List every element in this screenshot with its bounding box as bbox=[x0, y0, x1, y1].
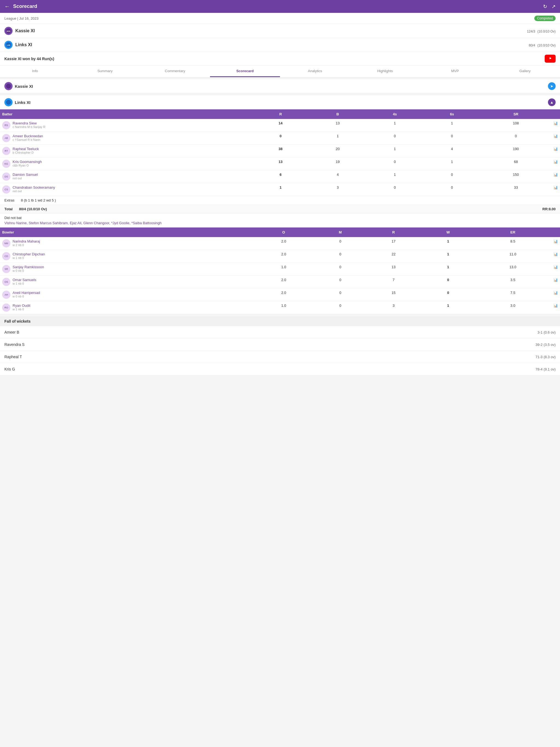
batter-fours: 0 bbox=[366, 132, 424, 145]
bowler-chart-icon[interactable]: 📊 bbox=[551, 301, 560, 314]
batter-balls: 19 bbox=[309, 157, 366, 170]
bowler-name[interactable]: Chirstopher Dipchan bbox=[12, 252, 45, 256]
bowler-runs: 22 bbox=[365, 250, 422, 263]
tab-summary[interactable]: Summary bbox=[70, 66, 140, 77]
col-sr: SR bbox=[480, 109, 551, 119]
total-row: Total 80/4 (10.0/10 Ov) RR:8.00 bbox=[0, 205, 560, 213]
batter-sr: 68 bbox=[480, 157, 551, 170]
back-icon[interactable]: ← bbox=[4, 3, 10, 9]
batter-chart-icon[interactable]: 📊 bbox=[551, 157, 560, 170]
dismissal-text: b Chirstopher D bbox=[12, 151, 39, 154]
svg-text:KXI: KXI bbox=[6, 30, 10, 32]
bowler-maidens: 0 bbox=[315, 263, 365, 276]
dismissal-text: not out bbox=[12, 177, 38, 180]
bowler-runs: 3 bbox=[365, 301, 422, 314]
bowler-chart-icon[interactable]: 📊 bbox=[551, 263, 560, 276]
batter-runs: 14 bbox=[252, 119, 309, 132]
tab-highlights[interactable]: Highlights bbox=[350, 66, 420, 77]
batter-name[interactable]: Rapheal Teeluck bbox=[12, 147, 39, 151]
kassie-logo-small bbox=[4, 82, 12, 90]
col-b: B bbox=[309, 109, 366, 119]
batter-chart-icon[interactable]: 📊 bbox=[551, 132, 560, 145]
bowler-runs: 15 bbox=[365, 288, 422, 301]
batter-sr: 150 bbox=[480, 170, 551, 183]
batter-name[interactable]: Kris Goomansingh bbox=[12, 160, 42, 164]
bowler-chart-icon[interactable]: 📊 bbox=[551, 250, 560, 263]
youtube-button[interactable] bbox=[545, 55, 556, 62]
batter-fours: 1 bbox=[366, 145, 424, 157]
app-header: ← Scorecard ↻ ↗ bbox=[0, 0, 560, 13]
batting-row: AB Ameer Buckreedan c †Samuel R b Narin … bbox=[0, 132, 560, 145]
batting-row: CS Chandraban Sookeramany not out 1 3 0 … bbox=[0, 183, 560, 196]
links-innings-header[interactable]: Links XI ▲ bbox=[0, 96, 560, 109]
run-rate: RR:8.00 bbox=[542, 207, 556, 211]
batter-cell: DS Damion Samuel not out bbox=[0, 170, 252, 183]
kassie-expand-btn[interactable]: ➤ bbox=[548, 82, 556, 90]
tab-scorecard[interactable]: Scorecard bbox=[210, 66, 280, 77]
tab-analytics[interactable]: Analytics bbox=[280, 66, 350, 77]
bowler-name[interactable]: Sanjay Ramkissoon bbox=[12, 265, 44, 269]
bowler-avatar: CD bbox=[2, 252, 10, 260]
bowler-chart-icon[interactable]: 📊 bbox=[551, 288, 560, 301]
fow-score: 3-1 (0.6 ov) bbox=[538, 330, 556, 334]
col-bowler: Bowler bbox=[0, 228, 252, 237]
batter-sixes: 4 bbox=[423, 145, 480, 157]
bowler-chart-icon[interactable]: 📊 bbox=[551, 276, 560, 288]
bowler-overs: 1.0 bbox=[252, 301, 315, 314]
batter-fours: 0 bbox=[366, 157, 424, 170]
bowler-cell: AH Aneil Harripersad w 0 nb 0 bbox=[0, 288, 252, 301]
tab-info[interactable]: Info bbox=[0, 66, 70, 77]
bowling-row: CD Chirstopher Dipchan w 1 nb 0 2.0 0 22… bbox=[0, 250, 560, 263]
match-meta-bar: League | Jul 16, 2023 Completed bbox=[0, 13, 560, 24]
batting-row: RT Rapheal Teeluck b Chirstopher D 38 20… bbox=[0, 145, 560, 157]
batter-name[interactable]: Chandraban Sookeramany bbox=[12, 185, 55, 189]
batter-name[interactable]: Ameer Buckreedan bbox=[12, 134, 43, 138]
tab-commentary[interactable]: Commentary bbox=[140, 66, 210, 77]
kassie-innings-label: Kassie XI bbox=[15, 84, 33, 88]
batter-avatar: RS bbox=[2, 121, 10, 129]
dnb-label: Did not bat bbox=[4, 216, 556, 220]
fow-player: Ameer B bbox=[4, 330, 19, 334]
col-4s: 4s bbox=[366, 109, 424, 119]
bowler-name[interactable]: Omar Samuels bbox=[12, 278, 36, 282]
batter-balls: 4 bbox=[309, 170, 366, 183]
batter-chart-icon[interactable]: 📊 bbox=[551, 145, 560, 157]
fow-player: Ravendra S bbox=[4, 342, 25, 347]
batter-name[interactable]: Damion Samuel bbox=[12, 173, 38, 177]
bowler-er: 8.5 bbox=[475, 237, 551, 250]
bowler-name[interactable]: Aneil Harripersad bbox=[12, 291, 40, 295]
match-meta-text: League | Jul 16, 2023 bbox=[4, 17, 39, 21]
kassie-innings-header[interactable]: Kassie XI ➤ bbox=[0, 79, 560, 93]
batter-sixes: 1 bbox=[423, 157, 480, 170]
links-expand-btn[interactable]: ▲ bbox=[548, 98, 556, 106]
bowling-row: OS Omar Samuels w 1 nb 0 2.0 0 7 0 3.5 📊 bbox=[0, 276, 560, 288]
bowler-wickets: 0 bbox=[422, 276, 475, 288]
bowler-chart-icon[interactable]: 📊 bbox=[551, 237, 560, 250]
dnb-section: Did not bat Vishnu Narine, Stefon Marcus… bbox=[0, 213, 560, 228]
extras-value: 8 (b 1 lb 1 wd 2 wd 5 ) bbox=[21, 198, 56, 202]
bowler-maidens: 0 bbox=[315, 237, 365, 250]
bowler-er: 13.0 bbox=[475, 263, 551, 276]
fow-score: 78-4 (9.1 ov) bbox=[535, 367, 556, 371]
fow-row: Ameer B 3-1 (0.6 ov) bbox=[0, 326, 560, 338]
tab-gallery[interactable]: Gallery bbox=[490, 66, 560, 77]
fow-title: Fall of wickets bbox=[4, 319, 31, 324]
links-logo-small bbox=[4, 98, 12, 106]
batter-cell: AB Ameer Buckreedan c †Samuel R b Narin bbox=[0, 132, 252, 145]
dismissal-text: c Narindra M b Sanjay R bbox=[12, 125, 45, 129]
tab-mvp[interactable]: MVP bbox=[420, 66, 490, 77]
fow-row: Rapheal T 71-3 (8.3 ov) bbox=[0, 351, 560, 363]
batter-chart-icon[interactable]: 📊 bbox=[551, 119, 560, 132]
batting-row: KG Kris Goomansingh c&b Ryan O 13 19 0 1… bbox=[0, 157, 560, 170]
batter-avatar: CS bbox=[2, 185, 10, 194]
batter-chart-icon[interactable]: 📊 bbox=[551, 183, 560, 196]
bowler-name[interactable]: Narindra Maharaj bbox=[12, 239, 40, 243]
col-w: W bbox=[422, 228, 475, 237]
share-icon[interactable]: ↗ bbox=[552, 4, 556, 9]
batter-name[interactable]: Ravendra Siew bbox=[12, 121, 45, 125]
batter-chart-icon[interactable]: 📊 bbox=[551, 170, 560, 183]
refresh-icon[interactable]: ↻ bbox=[543, 4, 547, 9]
batter-sixes: 1 bbox=[423, 119, 480, 132]
batter-fours: 1 bbox=[366, 119, 424, 132]
bowler-name[interactable]: Ryan Oudit bbox=[12, 304, 30, 308]
